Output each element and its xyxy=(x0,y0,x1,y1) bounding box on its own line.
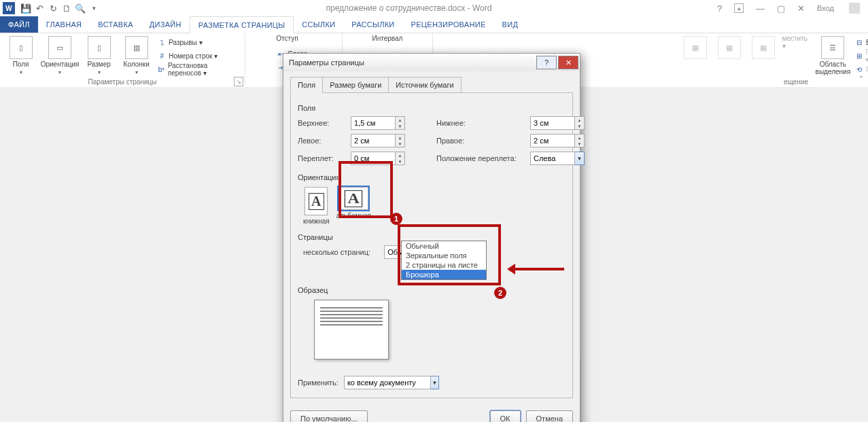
ribbon-options-icon[interactable]: ▴ xyxy=(734,3,744,13)
tab-references[interactable]: ССЫЛКИ xyxy=(294,16,343,33)
right-input[interactable]: ▲▼ xyxy=(530,134,585,147)
selection-pane-button[interactable]: ☰Область выделения xyxy=(816,35,850,75)
multiple-pages-label: несколько страниц: xyxy=(303,248,370,256)
group-label: Параметры страницы xyxy=(88,78,157,86)
tab-file[interactable]: ФАЙЛ xyxy=(0,16,38,33)
group-icon: ⊞ xyxy=(854,51,863,60)
left-label: Левое: xyxy=(298,137,345,145)
close-icon[interactable]: ✕ xyxy=(797,3,805,14)
tab-insert[interactable]: ВСТАВКА xyxy=(90,16,141,33)
columns-button[interactable]: ▥Колонки▾ xyxy=(120,35,153,75)
bottom-input[interactable]: ▲▼ xyxy=(530,116,585,130)
line-numbers-button[interactable]: #Номера строк ▾ xyxy=(157,50,241,62)
avatar[interactable] xyxy=(849,3,860,14)
breaks-icon: ⤵ xyxy=(157,37,167,47)
chevron-down-icon[interactable]: ▼ xyxy=(575,152,585,165)
undo-icon[interactable]: ↶ xyxy=(33,1,46,15)
rotate-icon: ⟲ xyxy=(854,65,864,74)
gutter-pos-combo[interactable]: ▼ xyxy=(530,152,585,165)
page-setup-launcher[interactable]: ↘ xyxy=(234,77,243,86)
print-preview-icon[interactable]: 🔍 xyxy=(73,1,87,15)
tab-design[interactable]: ДИЗАЙН xyxy=(141,16,190,33)
position-button[interactable]: ▦ xyxy=(680,35,710,75)
top-input[interactable]: ▲▼ xyxy=(351,116,405,130)
sign-in-link[interactable]: Вход xyxy=(817,4,834,12)
arrange-label: ещение xyxy=(784,78,808,86)
dialog-close-icon[interactable]: ✕ xyxy=(558,56,578,69)
hyphenation-icon: bᵃ xyxy=(157,65,166,74)
group-page-setup: ▯Поля▾ ▭Ориентация▾ ▯Размер▾ ▥Колонки▾ ⤵… xyxy=(0,33,245,88)
quick-access-toolbar: W 💾 ↶ ↻ 🗋 🔍 ▾ предложение о сотрудничест… xyxy=(0,0,868,16)
qat-more-icon[interactable]: ▾ xyxy=(87,1,101,15)
help-icon[interactable]: ? xyxy=(717,3,722,14)
orientation-landscape[interactable]: A альбомная xyxy=(336,187,371,225)
gutter-pos-label: Положение переплета: xyxy=(436,154,525,162)
preview-pane xyxy=(314,300,389,359)
top-label: Верхнее: xyxy=(298,119,345,127)
gutter-label: Переплет: xyxy=(298,154,345,162)
dlg-tab-source[interactable]: Источник бумаги xyxy=(388,77,461,93)
indent-label: Отступ xyxy=(276,35,298,42)
ok-button[interactable]: ОК xyxy=(490,410,521,422)
default-button[interactable]: По умолчанию... xyxy=(290,410,368,422)
bring-forward-button[interactable]: ▦ xyxy=(748,35,778,75)
spacing-label: Интервал xyxy=(372,35,403,42)
line-numbers-icon: # xyxy=(157,51,167,60)
maximize-icon[interactable]: ▢ xyxy=(777,3,785,14)
hyphenation-button[interactable]: bᵃРасстановка переносов ▾ xyxy=(157,63,241,75)
group-arrange: ▦ ▦ ▦ местить ▾ ☰Область выделения ⊟Выро… xyxy=(724,33,868,88)
window-title: предложение о сотрудничестве.docx - Word xyxy=(101,3,717,13)
tab-review[interactable]: РЕЦЕНЗИРОВАНИЕ xyxy=(403,16,494,33)
page-setup-dialog: Параметры страницы ? ✕ Поля Размер бумаг… xyxy=(283,53,580,422)
chevron-down-icon[interactable]: ▼ xyxy=(431,376,439,389)
dialog-title: Параметры страницы xyxy=(289,58,364,67)
align-icon: ⊟ xyxy=(854,37,864,47)
redo-icon[interactable]: ↻ xyxy=(46,1,60,15)
orientation-button[interactable]: ▭Ориентация▾ xyxy=(41,35,78,75)
left-input[interactable]: ▲▼ xyxy=(351,134,405,147)
orientation-portrait[interactable]: A книжная xyxy=(303,187,330,225)
dialog-tabs: Поля Размер бумаги Источник бумаги xyxy=(290,77,573,93)
dd-option-normal[interactable]: Обычный xyxy=(402,241,486,251)
breaks-button[interactable]: ⤵Разрывы ▾ xyxy=(157,36,241,48)
dialog-help-icon[interactable]: ? xyxy=(536,56,557,69)
dd-option-two-per-sheet[interactable]: 2 страницы на листе xyxy=(402,260,486,270)
dd-option-booklet[interactable]: Брошюра xyxy=(402,270,486,279)
wrap-label[interactable]: местить ▾ xyxy=(782,36,812,48)
multiple-pages-dropdown: Обычный Зеркальные поля 2 страницы на ли… xyxy=(401,241,487,280)
margins-button[interactable]: ▯Поля▾ xyxy=(4,35,37,75)
section-margins: Поля xyxy=(298,104,566,112)
cancel-button[interactable]: Отмена xyxy=(526,410,573,422)
size-button[interactable]: ▯Размер▾ xyxy=(82,35,116,75)
tab-view[interactable]: ВИД xyxy=(494,16,527,33)
gutter-input[interactable]: ▲▼ xyxy=(351,152,405,165)
dd-option-mirror[interactable]: Зеркальные поля xyxy=(402,251,486,260)
word-icon: W xyxy=(3,2,15,14)
section-orientation: Ориентация xyxy=(298,173,566,181)
save-icon[interactable]: 💾 xyxy=(19,1,33,15)
minimize-icon[interactable]: — xyxy=(756,3,765,14)
wrap-text-button[interactable]: ▦ xyxy=(714,35,744,75)
section-preview: Образец xyxy=(298,286,566,294)
right-label: Правое: xyxy=(436,137,525,145)
dlg-tab-paper[interactable]: Размер бумаги xyxy=(322,77,389,93)
align-button[interactable]: ⊟Выровнять ▾ xyxy=(854,36,868,48)
tab-home[interactable]: ГЛАВНАЯ xyxy=(38,16,90,33)
apply-to-combo[interactable]: ▼ xyxy=(344,376,439,389)
tab-mailings[interactable]: РАССЫЛКИ xyxy=(343,16,402,33)
group-objects-button: ⊞Группировать ▾ xyxy=(854,50,868,62)
rotate-button: ⟲Повернуть ▾ xyxy=(854,63,868,75)
dlg-tab-margins[interactable]: Поля xyxy=(290,77,323,93)
dialog-titlebar[interactable]: Параметры страницы ? ✕ xyxy=(283,54,580,71)
apply-to-label: Применить: xyxy=(298,379,338,387)
bottom-label: Нижнее: xyxy=(436,119,525,127)
tab-page-layout[interactable]: РАЗМЕТКА СТРАНИЦЫ xyxy=(190,16,294,33)
new-doc-icon[interactable]: 🗋 xyxy=(60,1,73,15)
ribbon-tabs: ФАЙЛ ГЛАВНАЯ ВСТАВКА ДИЗАЙН РАЗМЕТКА СТР… xyxy=(0,16,868,33)
collapse-ribbon-icon[interactable]: ˆ xyxy=(860,75,863,85)
